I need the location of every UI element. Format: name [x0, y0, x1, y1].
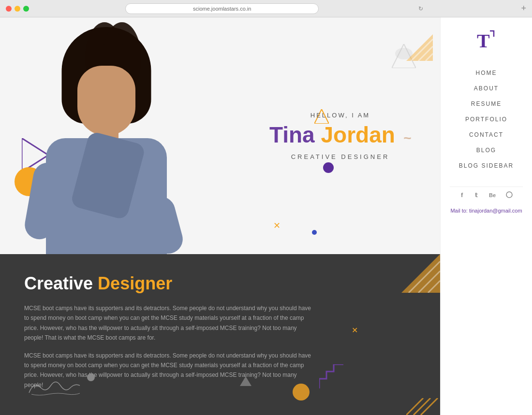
browser-chrome: sciome.joomlastars.co.in ↻ +: [0, 0, 532, 17]
nav-item-portfolio[interactable]: PORTFOLIO: [441, 112, 532, 127]
nav-item-about[interactable]: ABOUT: [441, 81, 532, 96]
browser-dot-yellow[interactable]: [15, 6, 20, 12]
nav-item-blog[interactable]: BLOG: [441, 143, 532, 157]
logo-icon[interactable]: T: [474, 27, 499, 51]
nav-item-home[interactable]: HOME: [441, 66, 532, 80]
svg-text:f: f: [461, 191, 463, 199]
last-name: Jordan: [321, 122, 395, 147]
hero-text-block: HELLOW, I AM Tina Jordan ~ CREATIVE DESI…: [269, 112, 411, 160]
x-mark-hero: ✕: [273, 220, 281, 231]
dark-x-mark: ✕: [352, 326, 358, 335]
social-icons: f 𝕥 Be: [460, 191, 513, 200]
behance-icon[interactable]: Be: [489, 191, 499, 200]
svg-line-10: [418, 271, 440, 293]
signature-svg: [24, 376, 82, 398]
main-wrapper: ✕: [0, 17, 532, 415]
nav-menu: HOME ABOUT RESUME PORTFOLIO CONTACT BLOG…: [441, 66, 532, 173]
face: [77, 66, 135, 136]
dribbble-icon[interactable]: [505, 191, 513, 200]
facebook-icon[interactable]: f: [460, 191, 468, 200]
nav-divider: [450, 186, 523, 187]
nav-item-blog-sidebar[interactable]: BLOG SIDEBAR: [441, 158, 532, 173]
browser-dot-red[interactable]: [6, 6, 12, 12]
mail-label: Mail to:: [450, 208, 467, 214]
svg-text:𝕥: 𝕥: [475, 192, 478, 199]
svg-line-5: [411, 39, 433, 61]
svg-marker-1: [392, 44, 416, 68]
greeting-text: HELLOW, I AM: [269, 112, 411, 119]
person-title: CREATIVE DESIGNER: [269, 153, 411, 160]
svg-line-6: [418, 46, 433, 61]
svg-line-13: [414, 398, 430, 415]
mail-address: tinajordan@gmail.com: [469, 208, 522, 214]
svg-text:Be: Be: [489, 192, 496, 198]
dark-title-orange: Designer: [98, 273, 172, 293]
first-name: Tina: [269, 122, 315, 147]
svg-marker-4: [406, 34, 433, 61]
content-area: ✕: [0, 17, 440, 415]
dark-section-title: Creative Designer: [24, 273, 416, 294]
svg-line-11: [428, 281, 440, 293]
twitter-icon[interactable]: 𝕥: [474, 191, 482, 200]
gray-blob-right: [394, 46, 414, 61]
svg-line-7: [426, 54, 433, 61]
svg-text:T: T: [477, 30, 490, 51]
refresh-button[interactable]: ↻: [417, 5, 425, 13]
purple-dot-large: [323, 162, 334, 173]
name-decoration: ~: [403, 130, 411, 145]
mail-link[interactable]: Mail to: tinajordan@gmail.com: [450, 208, 522, 214]
nav-item-contact[interactable]: CONTACT: [441, 128, 532, 142]
svg-line-12: [406, 398, 423, 415]
logo-area: T: [474, 27, 499, 51]
svg-point-3: [395, 48, 413, 59]
dark-section: ✕ Creative Designer MCSE boot camps have…: [0, 254, 440, 415]
orange-stripes-topright: [406, 34, 433, 61]
blue-dot: [312, 230, 317, 235]
gray-shape-topright: [392, 44, 416, 68]
dark-title-white: Creative: [24, 273, 93, 293]
person-image: [15, 17, 198, 254]
svg-point-19: [506, 192, 512, 198]
nav-item-resume[interactable]: RESUME: [441, 97, 532, 111]
url-text: sciome.joomlastars.co.in: [193, 6, 251, 12]
logo-svg: T: [474, 27, 499, 51]
svg-line-14: [421, 398, 438, 415]
dark-paragraph-1: MCSE boot camps have its supporters and …: [24, 303, 314, 343]
name-display: Tina Jordan ~: [269, 123, 411, 147]
signature: [24, 376, 82, 401]
new-tab-button[interactable]: +: [521, 3, 526, 14]
hero-section: ✕: [0, 17, 440, 254]
sidebar: T HOME ABOUT RESUME PORTFOLIO CONTACT BL…: [440, 17, 532, 415]
dark-bottom-stripes: [406, 398, 440, 415]
browser-dot-green[interactable]: [23, 6, 29, 12]
address-bar[interactable]: sciome.joomlastars.co.in: [125, 3, 319, 14]
dark-stairs-shape: [319, 364, 343, 388]
